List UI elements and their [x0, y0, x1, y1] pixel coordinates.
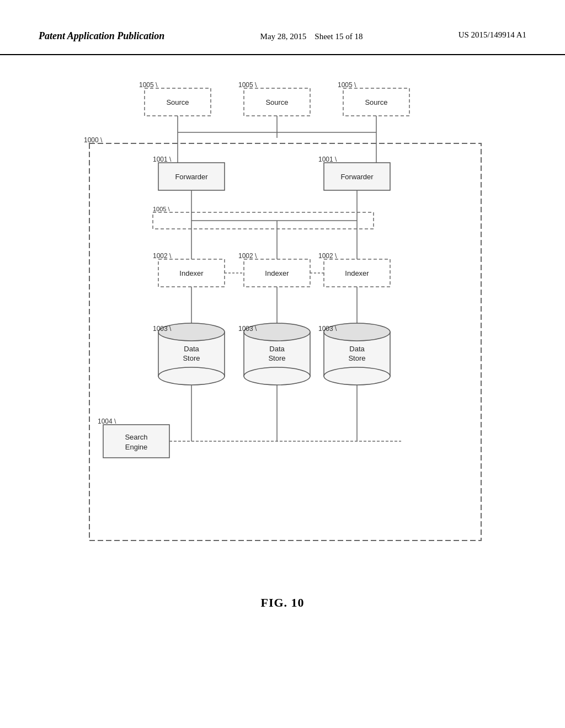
svg-text:1001 \: 1001 \ [153, 156, 172, 163]
diagram-area: Source 1005 \ Source 1005 \ Source 1005 … [0, 55, 565, 632]
svg-point-60 [324, 367, 390, 385]
svg-text:1005 \: 1005 \ [139, 81, 158, 89]
svg-text:Indexer: Indexer [345, 269, 369, 277]
svg-text:Forwarder: Forwarder [175, 173, 208, 181]
svg-rect-64 [103, 425, 169, 458]
svg-text:1002 \: 1002 \ [238, 252, 257, 260]
svg-text:1003 \: 1003 \ [318, 325, 337, 333]
page: Patent Application Publication May 28, 2… [0, 0, 565, 728]
svg-text:1001 \: 1001 \ [318, 156, 337, 163]
svg-text:Store: Store [348, 354, 365, 362]
svg-text:1003 \: 1003 \ [238, 325, 257, 333]
svg-text:1000 \: 1000 \ [84, 136, 103, 144]
svg-text:1002 \: 1002 \ [153, 252, 172, 260]
svg-text:1004 \: 1004 \ [98, 417, 116, 425]
header: Patent Application Publication May 28, 2… [0, 0, 565, 55]
svg-text:1005 \: 1005 \ [238, 81, 257, 89]
svg-text:Source: Source [265, 98, 288, 106]
patent-number: US 2015/149914 A1 [459, 30, 526, 40]
svg-text:Engine: Engine [125, 443, 147, 451]
svg-text:1002 \: 1002 \ [318, 252, 337, 260]
svg-point-48 [158, 367, 225, 385]
svg-text:Source: Source [166, 98, 189, 106]
svg-text:1005 \: 1005 \ [153, 206, 170, 212]
svg-text:Data: Data [269, 345, 285, 353]
publication-type: Patent Application Publication [39, 30, 164, 42]
svg-text:Forwarder: Forwarder [340, 173, 374, 181]
svg-text:Indexer: Indexer [179, 269, 204, 277]
svg-text:Indexer: Indexer [265, 269, 289, 277]
figure-label: FIG. 10 [260, 596, 304, 610]
svg-text:1003 \: 1003 \ [153, 325, 172, 333]
svg-point-54 [244, 367, 310, 385]
svg-text:Data: Data [349, 345, 365, 353]
diagram-svg: Source 1005 \ Source 1005 \ Source 1005 … [73, 77, 492, 585]
svg-text:Store: Store [268, 354, 285, 362]
header-center-info: May 28, 2015 Sheet 15 of 18 [260, 30, 363, 43]
svg-text:Data: Data [184, 345, 199, 353]
svg-text:Source: Source [365, 98, 387, 106]
svg-text:Search: Search [125, 433, 147, 441]
svg-text:Store: Store [183, 354, 200, 362]
svg-text:1005 \: 1005 \ [338, 81, 356, 89]
